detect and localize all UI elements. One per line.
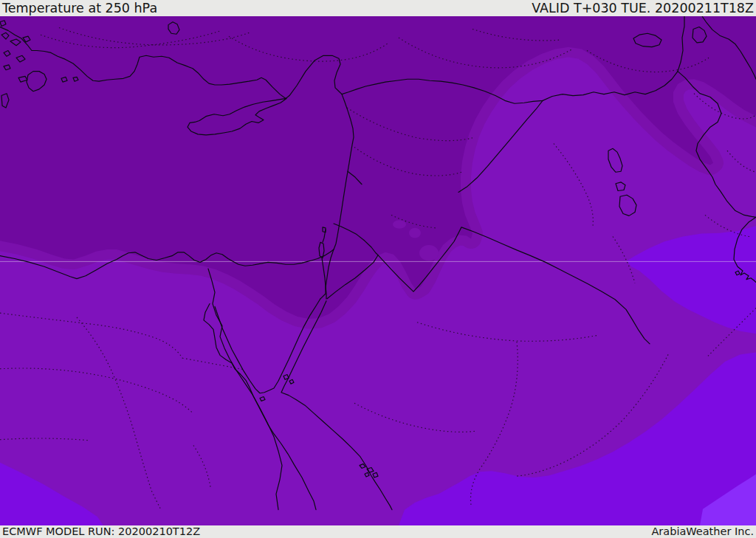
map-area [0,16,756,525]
temp-band-2-patch [393,220,406,229]
page-title: Temperature at 250 hPa [2,0,157,16]
weather-map-app: { "header": { "title": "Temperature at 2… [0,0,756,538]
weather-map-svg [0,16,756,525]
app-window: Temperature at 250 hPa VALID T+030 TUE. … [0,0,756,538]
header-bar: Temperature at 250 hPa VALID T+030 TUE. … [0,0,756,16]
temp-band-2-patch [419,245,439,261]
credit-label: ArabiaWeather Inc. [651,525,754,538]
footer-bar: ECMWF MODEL RUN: 20200210T12Z ArabiaWeat… [0,525,756,538]
temp-band-2-patch [409,228,421,238]
model-run-label: ECMWF MODEL RUN: 20200210T12Z [2,525,200,538]
valid-time-label: VALID T+030 TUE. 20200211T18Z [532,0,754,16]
